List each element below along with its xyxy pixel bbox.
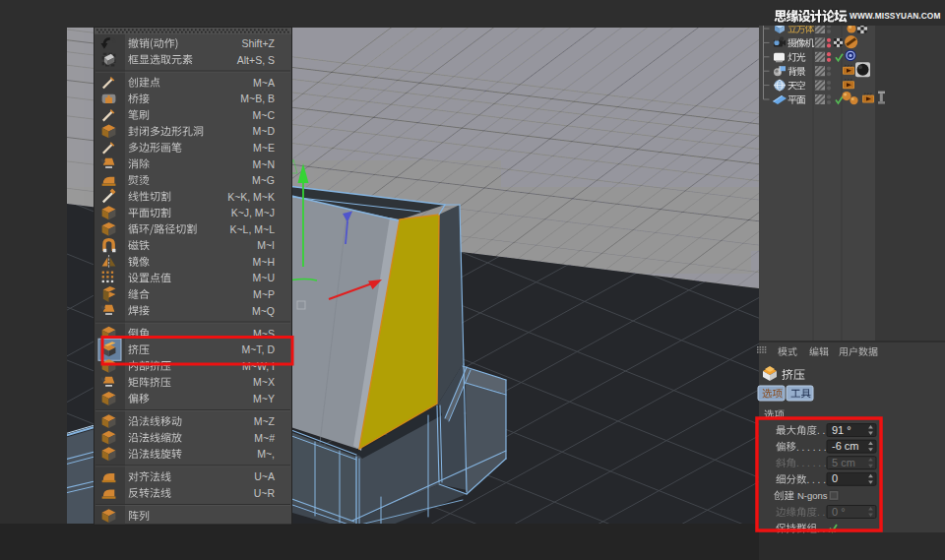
svg-text:M~#: M~# bbox=[254, 432, 275, 444]
svg-text:K~J, M~J: K~J, M~J bbox=[231, 207, 275, 218]
svg-text:K~K, M~K: K~K, M~K bbox=[227, 191, 275, 203]
svg-text:M~E: M~E bbox=[253, 142, 275, 154]
svg-text:M~D: M~D bbox=[253, 125, 276, 137]
svg-text:M~Y: M~Y bbox=[253, 393, 275, 404]
svg-text:91 °: 91 ° bbox=[832, 424, 851, 436]
svg-text:M~U: M~U bbox=[253, 272, 275, 283]
svg-text:M~X: M~X bbox=[253, 376, 275, 388]
svg-text:M~H: M~H bbox=[253, 256, 275, 268]
svg-text:WWW.MISSYUAN.COM: WWW.MISSYUAN.COM bbox=[850, 11, 940, 21]
svg-text:M~W, I: M~W, I bbox=[242, 360, 275, 372]
svg-text:M~N: M~N bbox=[253, 158, 275, 170]
svg-text:M~A: M~A bbox=[253, 77, 275, 89]
svg-text:M~C: M~C bbox=[253, 109, 276, 121]
svg-text:M~I: M~I bbox=[257, 239, 275, 251]
svg-text:M~T, D: M~T, D bbox=[241, 343, 275, 355]
svg-text:Alt+S, S: Alt+S, S bbox=[237, 54, 275, 66]
svg-text:-6 cm: -6 cm bbox=[832, 440, 859, 452]
svg-text:N-gons: N-gons bbox=[797, 490, 828, 501]
svg-text:M~B, B: M~B, B bbox=[240, 93, 275, 104]
svg-text:U~A: U~A bbox=[254, 470, 275, 482]
svg-text:U~R: U~R bbox=[254, 487, 276, 499]
svg-text:0 °: 0 ° bbox=[832, 506, 846, 518]
svg-text:0: 0 bbox=[832, 472, 838, 484]
svg-text:M~P: M~P bbox=[253, 288, 275, 300]
svg-text:M~Q: M~Q bbox=[252, 305, 275, 317]
svg-text:M~,: M~, bbox=[257, 448, 275, 460]
svg-text:5 cm: 5 cm bbox=[832, 457, 855, 468]
svg-text:K~L, M~L: K~L, M~L bbox=[229, 223, 275, 235]
svg-text:M~Z: M~Z bbox=[254, 415, 276, 427]
svg-text:Shift+Z: Shift+Z bbox=[241, 37, 275, 49]
svg-text:M~G: M~G bbox=[252, 174, 275, 186]
